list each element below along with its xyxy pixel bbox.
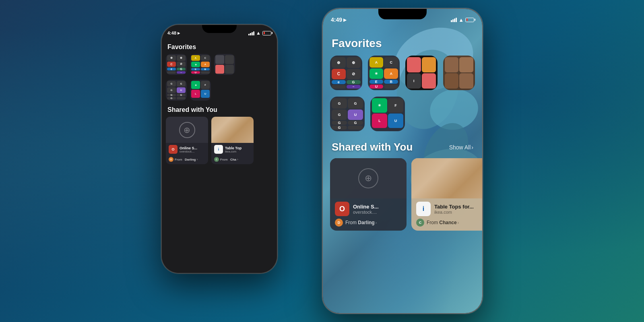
front-card-2-name: Table Tops for... xyxy=(434,204,474,210)
back-card-1-icon: O xyxy=(169,145,178,154)
back-phone-notch xyxy=(202,25,237,33)
signal-icon xyxy=(248,31,254,35)
battery-icon xyxy=(262,31,271,35)
back-app-row-1: ⊕ ⊕ C ⊘ e G ~ A C ✳ xyxy=(166,54,273,75)
front-card-1-from: D From Darling › xyxy=(330,218,407,231)
chevron-right-icon: › xyxy=(471,144,473,151)
back-folder-1[interactable]: ⊕ ⊕ C ⊘ e G ~ xyxy=(166,54,187,75)
back-folder-3[interactable] xyxy=(214,54,235,75)
front-folder-6[interactable]: ✳ F L U xyxy=(370,97,405,131)
back-card-2-avatar: C xyxy=(214,157,219,162)
phone-front: 4:49 ▶ ▲ xyxy=(322,8,483,314)
back-app-grid: ⊕ ⊕ C ⊘ e G ~ A C ✳ xyxy=(162,54,277,101)
back-card-1-avatar: D xyxy=(169,157,173,162)
phone-front-screen: 4:49 ▶ ▲ xyxy=(323,9,482,313)
front-shared-cards: ⊕ O Online S... overstock.... xyxy=(323,158,482,231)
front-favorites-title: Favorites xyxy=(323,29,482,56)
phone-back-screen: 4:48 ▶ ▲ xyxy=(162,25,277,273)
back-folder-2[interactable]: A C ✳ A E B U xyxy=(190,54,211,75)
back-shared-cards: ⊕ O Online S... overstock.... xyxy=(162,117,277,164)
back-folder-5[interactable]: ✳ F L U xyxy=(190,80,211,101)
front-shared-header: Shared with You Show All › xyxy=(323,141,482,158)
chevron-right-icon-2: › xyxy=(237,157,238,161)
compass-icon: ⊕ xyxy=(179,122,195,138)
back-card-2-name: Table Top xyxy=(225,146,251,150)
back-card-2-from-name: Cha xyxy=(230,158,236,161)
front-folder-1[interactable]: ⊕ ⊕ C ⊘ e G ~ xyxy=(330,56,362,90)
back-favorites-title: Favorites xyxy=(162,39,277,54)
front-battery-icon xyxy=(465,18,474,22)
wifi-icon: ▲ xyxy=(256,30,261,36)
front-app-row-1: ⊕ ⊕ C ⊘ e G ~ A C ✳ A xyxy=(323,56,482,90)
back-card-1-from: D From Darling › xyxy=(166,156,208,164)
phones-container: 4:48 ▶ ▲ xyxy=(141,8,503,314)
chevron-chance-icon: › xyxy=(458,221,459,225)
front-shared-title: Shared with You xyxy=(332,141,413,153)
back-card-1-info: O Online S... overstock.... xyxy=(166,143,208,156)
wifi-signal-icon: ▲ xyxy=(458,17,464,23)
front-card-2-icon: i xyxy=(416,202,431,216)
front-card-2[interactable]: i Table Tops for... ikea.com C F xyxy=(411,158,482,231)
front-phone-notch xyxy=(378,9,427,19)
back-card-2[interactable]: i Table Top ikea.com C From xyxy=(211,117,254,164)
front-card-2-avatar: C xyxy=(416,219,424,227)
front-phone-content: Favorites ⊕ ⊕ C ⊘ e G ~ xyxy=(323,29,482,313)
back-card-2-domain: ikea.com xyxy=(225,150,251,153)
chevron-right-icon: › xyxy=(196,157,198,161)
front-time: 4:49 ▶ xyxy=(331,17,347,23)
front-card-1[interactable]: ⊕ O Online S... overstock.... xyxy=(330,158,407,231)
back-shared-section: Shared with You ⊕ O xyxy=(162,106,277,164)
front-card-2-image xyxy=(411,158,482,198)
front-card-2-domain: ikea.com xyxy=(434,210,474,215)
location-arrow-icon: ▶ xyxy=(343,18,347,22)
show-all-button[interactable]: Show All › xyxy=(449,144,473,151)
front-card-2-info: i Table Tops for... ikea.com xyxy=(411,198,482,218)
front-folder-2[interactable]: A C ✳ A E B U xyxy=(368,56,400,90)
front-card-1-image: ⊕ xyxy=(330,158,407,198)
back-card-2-icon: i xyxy=(214,145,223,154)
back-phone-content: Favorites ⊕ ⊕ C ⊘ e G ~ xyxy=(162,39,277,273)
front-card-1-name: Online S... xyxy=(353,204,379,210)
front-shared-section: Shared with You Show All › ⊕ xyxy=(323,141,482,231)
front-card-2-from-name: Chance xyxy=(439,220,456,225)
back-card-1-domain: overstock.... xyxy=(180,150,205,153)
back-time: 4:48 ▶ xyxy=(167,31,180,35)
back-card-2-info: i Table Top ikea.com xyxy=(211,143,254,156)
compass-icon-front: ⊕ xyxy=(358,168,378,188)
back-shared-header: Shared with You xyxy=(162,106,277,117)
front-card-1-from-name: Darling xyxy=(358,220,374,225)
front-folder-3[interactable]: I xyxy=(405,56,438,90)
location-icon: ▶ xyxy=(178,31,180,35)
back-folder-4[interactable]: G G G U G G G xyxy=(166,80,187,101)
back-card-2-from: C From Cha › xyxy=(211,156,254,164)
signal-bars-icon xyxy=(451,17,457,22)
back-card-1[interactable]: ⊕ O Online S... overstock.... xyxy=(166,117,208,164)
front-status-icons: ▲ xyxy=(451,17,474,23)
front-folder-4[interactable] xyxy=(443,56,475,90)
back-card-1-image: ⊕ xyxy=(166,117,208,143)
front-card-2-from: C From Chance › xyxy=(411,218,482,231)
back-card-2-image xyxy=(211,117,254,143)
front-card-1-avatar: D xyxy=(335,219,343,227)
front-card-1-icon: O xyxy=(335,202,349,216)
front-card-1-info: O Online S... overstock.... xyxy=(330,198,407,218)
back-app-row-2: G G G U G G G ✳ F L xyxy=(166,80,273,101)
front-folder-5[interactable]: G G G U G G G xyxy=(330,97,365,131)
chevron-darling-icon: › xyxy=(376,221,377,225)
back-card-1-from-name: Darling xyxy=(185,158,196,161)
back-status-icons: ▲ xyxy=(248,30,271,36)
back-shared-title: Shared with You xyxy=(167,106,217,114)
front-card-1-domain: overstock.... xyxy=(353,210,379,215)
back-card-1-name: Online S... xyxy=(180,146,205,150)
front-app-row-2: G G G U G G G ✳ F L U xyxy=(323,97,482,131)
phone-back: 4:48 ▶ ▲ xyxy=(161,24,278,274)
